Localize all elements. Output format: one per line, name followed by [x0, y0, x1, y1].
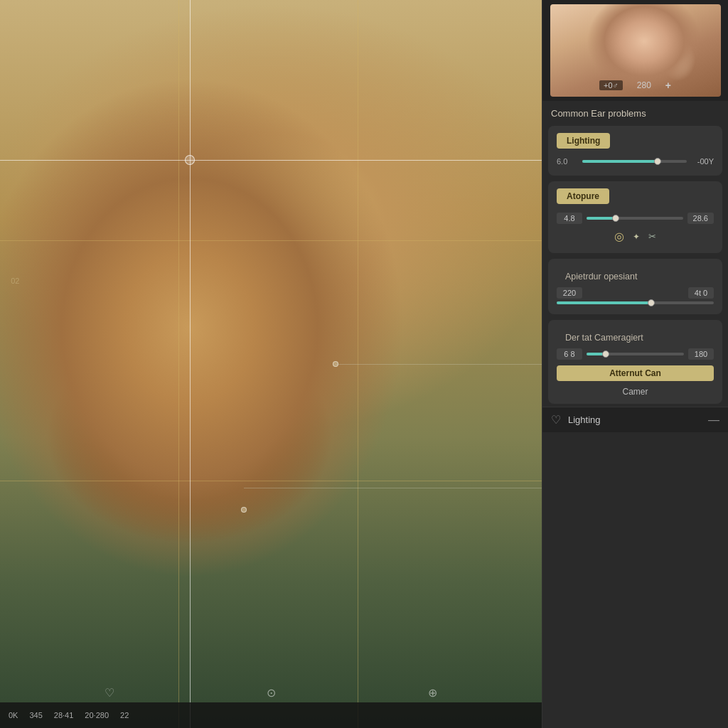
grid-label-tl: 02 — [11, 277, 19, 285]
aperture-tag[interactable]: Atopure — [557, 188, 609, 204]
num-ok: 0K — [9, 711, 18, 719]
camera-val-right: 180 — [688, 348, 714, 360]
aperture-icon-2[interactable]: ✦ — [633, 232, 640, 242]
apietrdur-slider-thumb[interactable] — [648, 299, 655, 306]
footer-heart-icon[interactable]: ♡ — [551, 413, 561, 427]
apietrdur-val-left: 220 — [557, 287, 582, 299]
aperture-vals-row: 4.8 28.6 — [557, 213, 714, 224]
lighting-tag[interactable]: Lighting — [557, 133, 610, 149]
thumb-ctrl-value: 280 — [637, 80, 651, 90]
apietrdur-val-right: 4t 0 — [688, 287, 714, 299]
grid-crosshair-v — [190, 0, 191, 728]
lighting-slider-track[interactable] — [582, 160, 687, 163]
canvas-area[interactable]: 02 ♡ ⊙ ⊕ 0K 345 28·41 20·280 22 — [0, 0, 542, 728]
apietrdur-slider-row — [557, 301, 714, 304]
main-image — [0, 0, 542, 728]
canvas-bottom-bar: 0K 345 28·41 20·280 22 — [0, 702, 542, 728]
section-ear-problems-label: Common Ear problems — [542, 101, 728, 123]
thumbnail-strip: +0♂ 280 + — [542, 0, 728, 101]
atternaut-can-btn[interactable]: Atternut Can — [557, 365, 714, 381]
thumb-ctrl-left[interactable]: +0♂ — [599, 80, 623, 90]
thumb-ctrl-plus[interactable]: + — [665, 80, 671, 91]
apietrdur-panel: Apietrdur opesiant 220 4t 0 — [548, 259, 722, 314]
lighting-slider-thumb[interactable] — [654, 158, 661, 165]
camera-icon[interactable]: ⊕ — [428, 686, 437, 700]
aperture-icon-1[interactable]: ◎ — [614, 230, 624, 243]
sidebar-footer: ♡ Lighting — — [542, 407, 728, 432]
canvas-bottom-icons: ♡ ⊙ ⊕ — [0, 686, 542, 700]
camera-slider-track[interactable] — [587, 353, 684, 355]
lighting-slider-fill — [582, 160, 658, 163]
footer-lighting-label: Lighting — [568, 414, 701, 425]
apietrdur-slider-fill — [557, 301, 651, 304]
aperture-slider-fill — [587, 217, 616, 220]
lighting-slider-max: -00Y — [691, 157, 714, 166]
aperture-val-right: 28.6 — [687, 213, 714, 224]
aperture-icon-3[interactable]: ✂ — [648, 231, 656, 242]
lighting-slider-min: 6.0 — [557, 157, 578, 166]
lighting-slider-row: 6.0 -00Y — [557, 157, 714, 166]
camer-label: Camer — [557, 387, 714, 397]
camera-vals-row: 6 8 180 — [557, 348, 714, 360]
apietrdur-vals-row: 220 4t 0 — [557, 287, 714, 299]
aperture-slider-track[interactable] — [587, 217, 683, 220]
num-345: 345 — [29, 711, 42, 719]
camera-val-left: 6 8 — [557, 348, 582, 360]
camera-section-title: Der tat Cameragiert — [557, 327, 714, 346]
num-2841: 28·41 — [54, 711, 74, 719]
apietrdur-title: Apietrdur opesiant — [557, 266, 714, 284]
aperture-panel: Atopure 4.8 28.6 ◎ ✦ ✂ — [548, 181, 722, 253]
lighting-panel: Lighting 6.0 -00Y — [548, 126, 722, 176]
heart-icon[interactable]: ♡ — [105, 686, 114, 700]
apietrdur-slider-track[interactable] — [557, 301, 714, 304]
footer-dash[interactable]: — — [708, 414, 719, 427]
sidebar: +0♂ 280 + Common Ear problems Lighting 6… — [542, 0, 728, 728]
camera-panel: Der tat Cameragiert 6 8 180 Atternut Can… — [548, 320, 722, 404]
num-20280: 20·280 — [85, 711, 109, 719]
target-icon[interactable]: ⊙ — [267, 686, 276, 700]
aperture-slider-thumb[interactable] — [612, 215, 619, 222]
grid-crosshair-h — [0, 160, 542, 161]
thumbnail-image[interactable]: +0♂ 280 + — [550, 4, 721, 97]
camera-slider-thumb[interactable] — [602, 350, 609, 358]
dot-marker-2[interactable] — [241, 507, 247, 513]
aperture-icons-row: ◎ ✦ ✂ — [557, 227, 714, 246]
num-22: 22 — [120, 711, 129, 719]
aperture-val-left: 4.8 — [557, 213, 582, 224]
